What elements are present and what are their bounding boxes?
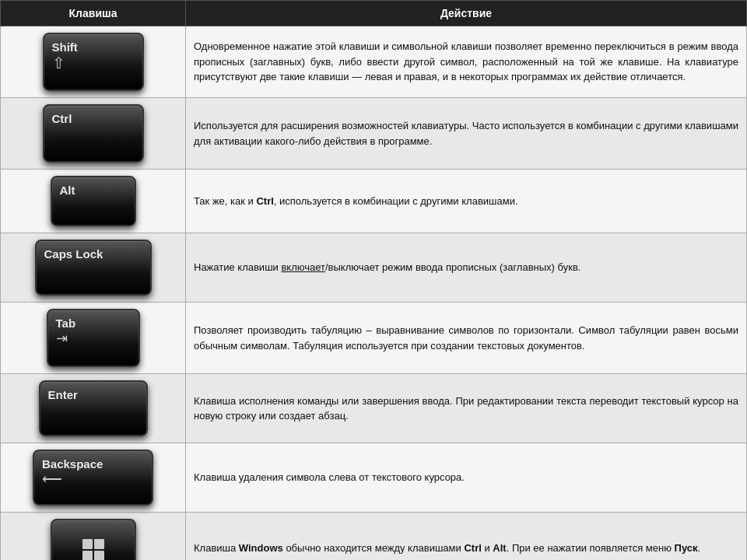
action-text: Так же, как и Ctrl, используется в комби… — [194, 195, 518, 207]
keyboard-reference-table: Клавиша Действие Shift ⇧ Одновременное н… — [0, 0, 747, 560]
action-cell: Нажатие клавиши включает/выключает режим… — [186, 233, 747, 303]
svg-rect-3 — [94, 551, 104, 561]
table-row: Caps Lock Нажатие клавиши включает/выклю… — [1, 233, 747, 303]
action-text: Используется для расширения возможностей… — [194, 120, 738, 147]
key-cell: Backspace ⟵ — [1, 443, 186, 513]
windows-icon — [82, 538, 105, 561]
key-cell: Enter — [1, 374, 186, 443]
action-text: Нажатие клавиши включает/выключает режим… — [194, 261, 580, 273]
tab-icon: ⇥ — [56, 330, 68, 347]
key-label: Backspace — [42, 457, 103, 471]
key-label: Enter — [48, 388, 78, 401]
table-row: Shift ⇧ Одновременное нажатие этой клави… — [1, 26, 747, 98]
action-text: Клавиша удаления символа слева от тексто… — [194, 471, 465, 483]
action-cell: Одновременное нажатие этой клавиши и сим… — [186, 26, 747, 98]
key-cell — [1, 513, 186, 561]
key-label: Caps Lock — [44, 247, 103, 261]
svg-rect-1 — [94, 539, 104, 549]
bold-ctrl: Ctrl — [256, 195, 273, 207]
action-text: Одновременное нажатие этой клавиши и сим… — [194, 40, 738, 82]
svg-rect-2 — [82, 551, 93, 561]
key-label: Tab — [56, 317, 76, 330]
key-label: Shift — [52, 40, 78, 54]
action-cell: Позволяет производить табуляцию – выравн… — [186, 303, 747, 374]
key-cell: Ctrl — [1, 98, 186, 170]
table-row: Backspace ⟵ Клавиша удаления символа сле… — [1, 443, 747, 513]
underline-includes: включает — [281, 261, 325, 273]
table-row: Ctrl Используется для расширения возможн… — [1, 98, 747, 170]
key-cell: Shift ⇧ — [1, 26, 186, 98]
action-cell: Клавиша удаления символа слева от тексто… — [186, 443, 747, 513]
col-header-key: Клавиша — [1, 1, 186, 26]
action-text: Клавиша исполнения команды или завершени… — [194, 395, 738, 422]
shift-icon: ⇧ — [52, 54, 65, 72]
action-cell: Клавиша Windows обычно находится между к… — [186, 513, 747, 561]
table-row: Клавиша Windows обычно находится между к… — [1, 513, 747, 561]
table-row: Alt Так же, как и Ctrl, используется в к… — [1, 170, 747, 233]
action-cell: Клавиша исполнения команды или завершени… — [186, 374, 747, 443]
action-cell: Используется для расширения возможностей… — [186, 98, 747, 170]
key-label: Alt — [60, 184, 75, 197]
bold-pusk: Пуск — [675, 542, 698, 554]
action-text: Позволяет производить табуляцию – выравн… — [194, 324, 738, 352]
key-cell: Alt — [1, 170, 186, 233]
table-row: Enter Клавиша исполнения команды или зав… — [1, 374, 747, 443]
table-row: Tab ⇥ Позволяет производить табуляцию – … — [1, 303, 747, 374]
bold-windows: Windows — [239, 542, 283, 554]
key-cell: Caps Lock — [1, 233, 186, 303]
key-cell: Tab ⇥ — [1, 303, 186, 374]
action-text: Клавиша Windows обычно находится между к… — [194, 542, 700, 554]
backspace-icon: ⟵ — [42, 471, 62, 488]
svg-rect-0 — [82, 539, 93, 549]
key-label: Ctrl — [52, 112, 72, 125]
col-header-action: Действие — [186, 1, 747, 26]
action-cell: Так же, как и Ctrl, используется в комби… — [186, 170, 747, 233]
